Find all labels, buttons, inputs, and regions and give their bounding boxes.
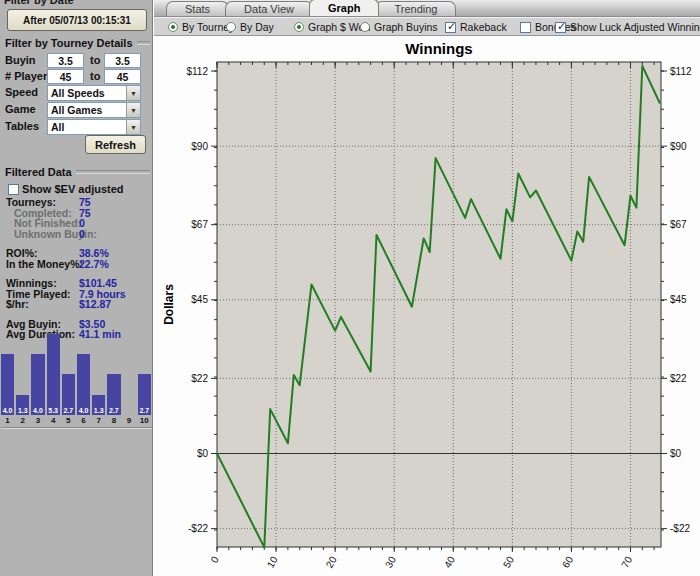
stat-value: 75 bbox=[79, 197, 91, 208]
tables-select-value: All bbox=[48, 121, 126, 133]
graph-buyins-radio[interactable]: Graph Buyins bbox=[360, 21, 438, 33]
stat-row: In the Money%:22.7% bbox=[6, 259, 150, 270]
game-select-value: All Games bbox=[48, 104, 126, 116]
ev-adjusted-label: Show $EV adjusted bbox=[22, 183, 123, 195]
chevron-down-icon[interactable]: ▼ bbox=[126, 120, 140, 134]
game-label: Game bbox=[5, 103, 36, 115]
rakeback-checkbox[interactable]: Rakeback bbox=[445, 21, 507, 33]
stat-value: $12.87 bbox=[79, 299, 111, 310]
buyin-row: Buyin to bbox=[5, 53, 151, 68]
luck-adjusted-checkbox[interactable]: Show Luck Adjusted Winnings bbox=[555, 21, 700, 33]
bar-value-label: 4.0 bbox=[31, 407, 44, 414]
svg-text:$22: $22 bbox=[191, 373, 208, 384]
svg-text:$112: $112 bbox=[186, 66, 208, 77]
rakeback-label: Rakeback bbox=[460, 21, 507, 33]
game-select[interactable]: All Games ▼ bbox=[47, 102, 141, 118]
histogram-bars: 4.01.34.05.32.74.01.32.72.7 bbox=[1, 333, 153, 415]
winnings-chart: 010203040506070$112$112$90$90$67$67$45$4… bbox=[154, 36, 700, 576]
histogram-bar: 4.0 bbox=[1, 354, 14, 415]
buyin-from-input[interactable] bbox=[47, 53, 84, 68]
svg-text:$67: $67 bbox=[191, 219, 208, 230]
buyin-to-input[interactable] bbox=[104, 53, 141, 68]
players-to-input[interactable] bbox=[104, 69, 141, 84]
tables-row: Tables All ▼ bbox=[5, 119, 151, 134]
graph-buyins-label: Graph Buyins bbox=[374, 21, 438, 33]
bar-tick-label: 2 bbox=[16, 416, 29, 425]
svg-text:$45: $45 bbox=[670, 294, 687, 305]
tables-select[interactable]: All ▼ bbox=[47, 119, 141, 135]
date-filter-button[interactable]: After 05/07/13 00:15:31 bbox=[7, 9, 147, 31]
speed-select-value: All Speeds bbox=[48, 87, 126, 99]
svg-text:$0: $0 bbox=[670, 448, 682, 459]
stat-value: 0 bbox=[79, 229, 85, 240]
bar-tick-label: 3 bbox=[31, 416, 44, 425]
tab-graph[interactable]: Graph bbox=[309, 0, 379, 16]
histogram-bar: 1.3 bbox=[92, 395, 105, 415]
svg-text:70: 70 bbox=[619, 554, 634, 570]
speed-select[interactable]: All Speeds ▼ bbox=[47, 85, 141, 101]
checkbox-icon[interactable] bbox=[445, 22, 456, 33]
tab-trending[interactable]: Trending bbox=[375, 1, 456, 16]
stat-value: 38.6% bbox=[79, 248, 109, 259]
svg-text:-$22: -$22 bbox=[670, 523, 690, 534]
players-to-word: to bbox=[90, 70, 100, 82]
histogram-bar: 4.0 bbox=[77, 354, 90, 415]
histogram-bar: 5.3 bbox=[47, 334, 60, 415]
svg-text:10: 10 bbox=[265, 554, 280, 570]
refresh-button[interactable]: Refresh bbox=[85, 135, 146, 154]
bar-value-label: 4.0 bbox=[77, 407, 90, 414]
bar-value-label: 5.3 bbox=[47, 407, 60, 414]
svg-text:$112: $112 bbox=[670, 66, 692, 77]
tab-bar: Stats Data View Graph Trending bbox=[154, 0, 700, 17]
radio-icon[interactable] bbox=[168, 22, 178, 32]
bar-tick-label: 5 bbox=[62, 416, 75, 425]
bar-tick-label: 4 bbox=[47, 416, 60, 425]
chevron-down-icon[interactable]: ▼ bbox=[126, 86, 140, 100]
tab-stats[interactable]: Stats bbox=[166, 1, 229, 16]
svg-text:$45: $45 bbox=[191, 294, 208, 305]
svg-text:$90: $90 bbox=[670, 141, 687, 152]
buyin-label: Buyin bbox=[5, 54, 36, 66]
histogram-bar: 2.7 bbox=[62, 374, 75, 415]
histogram-bar: 4.0 bbox=[31, 354, 44, 415]
graph-controls-bar: By Tourney By Day Graph $ Won Graph Buyi… bbox=[154, 17, 700, 36]
filtered-data-title: Filtered Data bbox=[5, 166, 150, 178]
histogram-tick-labels: 12345678910 bbox=[1, 416, 153, 425]
players-from-input[interactable] bbox=[47, 69, 84, 84]
radio-icon[interactable] bbox=[226, 22, 236, 32]
checkbox-icon[interactable] bbox=[555, 22, 566, 33]
divider bbox=[1, 427, 153, 429]
stat-row: Unknown Buyin:0 bbox=[6, 229, 150, 240]
players-row: # Players to bbox=[5, 69, 151, 84]
histogram-bar: 1.3 bbox=[16, 395, 29, 415]
svg-text:$90: $90 bbox=[191, 141, 208, 152]
by-day-radio[interactable]: By Day bbox=[226, 21, 274, 33]
chevron-down-icon[interactable]: ▼ bbox=[126, 103, 140, 117]
stat-row: Tourneys:75 bbox=[6, 197, 150, 208]
by-tourney-radio[interactable]: By Tourney bbox=[168, 21, 234, 33]
stat-value: 0 bbox=[79, 218, 85, 229]
tourney-details-title: Filter by Tourney Details bbox=[5, 37, 150, 49]
radio-icon[interactable] bbox=[294, 22, 304, 32]
filter-by-date-title: Filter by Date bbox=[4, 0, 74, 6]
graph-won-radio[interactable]: Graph $ Won bbox=[294, 21, 370, 33]
tab-data-view[interactable]: Data View bbox=[225, 1, 313, 16]
bar-tick-label: 8 bbox=[107, 416, 120, 425]
svg-text:$0: $0 bbox=[197, 448, 209, 459]
bar-value-label: 4.0 bbox=[1, 407, 14, 414]
checkbox-icon[interactable] bbox=[520, 22, 531, 33]
ev-adjusted-row: Show $EV adjusted bbox=[8, 183, 124, 195]
stat-row: $/hr:$12.87 bbox=[6, 299, 150, 310]
buyin-to-word: to bbox=[90, 54, 100, 66]
luck-adjusted-label: Show Luck Adjusted Winnings bbox=[570, 21, 700, 33]
winnings-line-chart: 010203040506070$112$112$90$90$67$67$45$4… bbox=[154, 36, 700, 576]
stat-label: In the Money%: bbox=[6, 258, 83, 270]
ev-adjusted-checkbox[interactable] bbox=[8, 184, 19, 195]
svg-text:0: 0 bbox=[208, 554, 221, 565]
bar-value-label: 2.7 bbox=[138, 407, 151, 414]
finish-position-histogram: 4.01.34.05.32.74.01.32.72.7 12345678910 bbox=[1, 333, 153, 429]
bar-value-label: 1.3 bbox=[92, 407, 105, 414]
histogram-bar: 2.7 bbox=[138, 374, 151, 415]
svg-text:30: 30 bbox=[383, 554, 398, 570]
radio-icon[interactable] bbox=[360, 22, 370, 32]
